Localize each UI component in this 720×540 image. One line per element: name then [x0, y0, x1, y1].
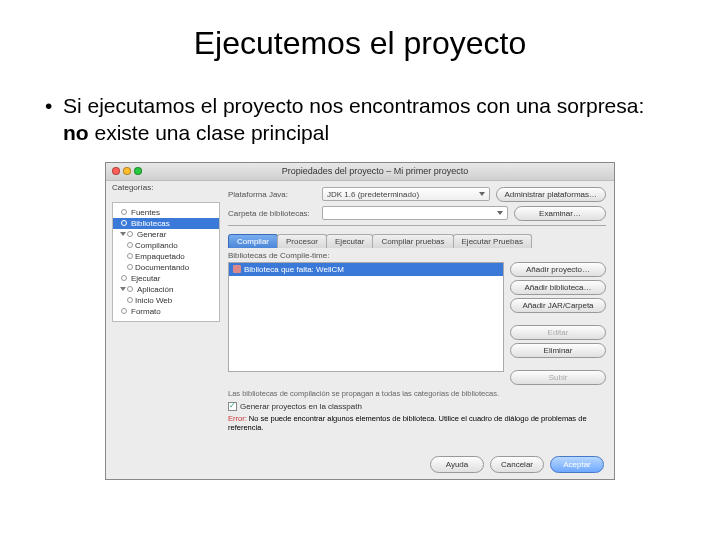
tree-item-empaquetado[interactable]: Empaquetado [113, 251, 219, 262]
minimize-icon[interactable] [123, 167, 131, 175]
list-item[interactable]: Biblioteca que falta: WellCM [229, 263, 503, 276]
platform-combo[interactable]: JDK 1.6 (predeterminado) [322, 187, 490, 201]
categories-tree[interactable]: Fuentes Bibliotecas Generar Compilando E… [112, 202, 220, 322]
tree-item-documentando[interactable]: Documentando [113, 262, 219, 273]
compile-libs-list[interactable]: Biblioteca que falta: WellCM [228, 262, 504, 372]
help-button[interactable]: Ayuda [430, 456, 484, 473]
move-up-button[interactable]: Subir [510, 370, 606, 385]
disclosure-icon[interactable] [120, 287, 126, 291]
slide-body: Si ejecutamos el proyecto nos encontramo… [45, 92, 675, 147]
add-library-button[interactable]: Añadir biblioteca… [510, 280, 606, 295]
window-title: Propiedades del proyecto – Mi primer pro… [142, 166, 608, 176]
platform-label: Plataforma Java: [228, 190, 316, 199]
tree-item-bibliotecas[interactable]: Bibliotecas [113, 218, 219, 229]
error-message: Error: No se puede encontrar algunos ele… [228, 414, 606, 432]
accept-button[interactable]: Aceptar [550, 456, 604, 473]
tree-item-generar[interactable]: Generar [113, 229, 219, 240]
classpath-label: Generar proyectos en la classpath [240, 402, 362, 411]
tab-compilar[interactable]: Compilar [228, 234, 278, 248]
libfolder-label: Carpeta de bibliotecas: [228, 209, 316, 218]
close-icon[interactable] [112, 167, 120, 175]
libfolder-field[interactable] [322, 206, 508, 220]
browse-button[interactable]: Examinar… [514, 206, 606, 221]
tree-item-fuentes[interactable]: Fuentes [113, 207, 219, 218]
disclosure-icon[interactable] [120, 232, 126, 236]
zoom-icon[interactable] [134, 167, 142, 175]
tab-procesor[interactable]: Procesor [277, 234, 327, 248]
cancel-button[interactable]: Cancelar [490, 456, 544, 473]
tabs: Compilar Procesor Ejecutar Compilar prue… [228, 234, 606, 248]
propagation-note: Las bibliotecas de compilación se propag… [228, 389, 606, 398]
main-panel: Plataforma Java: JDK 1.6 (predeterminado… [220, 181, 614, 479]
tab-ejecutar[interactable]: Ejecutar [326, 234, 373, 248]
tab-ejecutar-pruebas[interactable]: Ejecutar Pruebas [453, 234, 532, 248]
classpath-checkbox[interactable]: ✓ [228, 402, 237, 411]
add-jar-button[interactable]: Añadir JAR/Carpeta [510, 298, 606, 313]
slide-title: Ejecutemos el proyecto [0, 25, 720, 62]
tree-item-compilando[interactable]: Compilando [113, 240, 219, 251]
add-project-button[interactable]: Añadir proyecto… [510, 262, 606, 277]
project-properties-dialog: Propiedades del proyecto – Mi primer pro… [105, 162, 615, 480]
tree-item-aplicacion[interactable]: Aplicación [113, 284, 219, 295]
tab-compilar-pruebas[interactable]: Compilar pruebas [372, 234, 453, 248]
categories-label: Categorías: [106, 181, 220, 194]
titlebar: Propiedades del proyecto – Mi primer pro… [106, 163, 614, 181]
remove-button[interactable]: Eliminar [510, 343, 606, 358]
jar-icon [233, 265, 241, 273]
manage-platforms-button[interactable]: Administrar plataformas… [496, 187, 606, 202]
compile-libs-label: Bibliotecas de Compile-time: [228, 251, 606, 260]
bullet-item: Si ejecutamos el proyecto nos encontramo… [45, 92, 675, 147]
edit-button[interactable]: Editar [510, 325, 606, 340]
tree-item-formato[interactable]: Formato [113, 306, 219, 317]
tree-item-ejecutar[interactable]: Ejecutar [113, 273, 219, 284]
tree-item-inicio-web[interactable]: Inicio Web [113, 295, 219, 306]
